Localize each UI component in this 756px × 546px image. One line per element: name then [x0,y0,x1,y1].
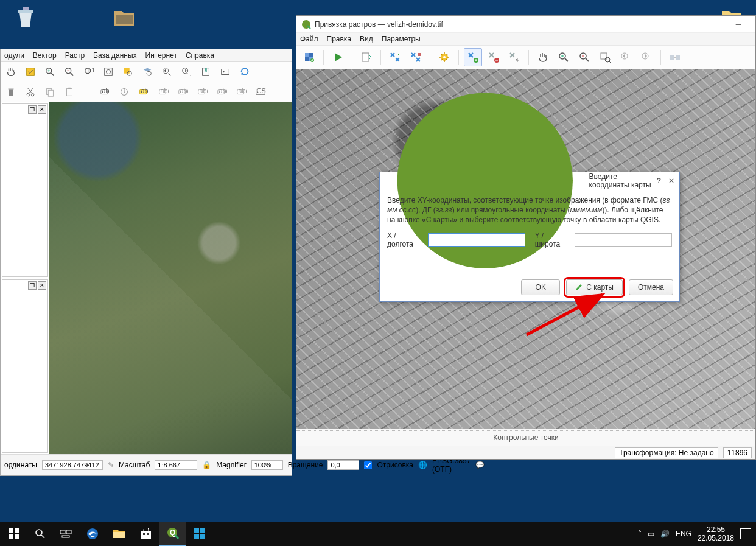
layers-panel[interactable]: ❐✕ [2,103,48,277]
copy-icon[interactable] [42,84,58,100]
refresh-icon[interactable] [237,64,253,80]
cut-icon[interactable] [23,84,38,100]
browser-panel[interactable]: ❐✕ [2,279,48,453]
coord-input[interactable] [42,460,103,470]
zoom-layer-icon[interactable] [139,64,155,80]
taskbar-search-icon[interactable] [28,528,52,539]
help-button[interactable]: ? [657,177,661,185]
close-button[interactable]: ✕ [668,177,674,185]
minimize-button[interactable]: ─ [726,16,751,32]
start-button[interactable] [0,522,28,546]
windows-app-icon[interactable] [186,522,213,546]
magnifier-input[interactable] [251,460,283,470]
messages-icon[interactable]: 💬 [475,461,485,469]
menu-file[interactable]: Файл [300,35,318,43]
pan-to-selection-icon[interactable] [23,64,38,80]
georef-zoom-layer-icon[interactable] [596,48,614,66]
save-gcp-icon[interactable] [407,48,425,66]
tray-volume-icon[interactable]: 🔊 [660,530,670,538]
tray-battery-icon[interactable]: ▭ [648,530,654,538]
delete-point-icon[interactable] [485,48,503,66]
show-label-icon[interactable]: abc [175,84,191,100]
menu-raster[interactable]: Растр [65,51,85,60]
task-view-icon[interactable] [52,522,79,546]
pin-label-icon[interactable]: abc [155,84,171,100]
delete-icon[interactable] [3,84,19,100]
file-explorer-icon[interactable] [106,522,133,546]
windows-taskbar[interactable]: Q ˄ ▭ 🔊 ENG 22:55 22.05.2018 [0,522,756,546]
csw-icon[interactable]: CSW [253,84,268,100]
menu-edit[interactable]: Правка [327,35,352,43]
cancel-button[interactable]: Отмена [629,279,673,295]
rotate-label-icon[interactable]: abc [214,84,229,100]
menu-view[interactable]: Вид [360,35,373,43]
zoom-out-icon[interactable] [61,64,77,80]
paste-icon[interactable] [61,84,77,100]
menu-modules[interactable]: одули [4,51,24,60]
zoom-native-icon[interactable]: 1:1 [81,64,97,80]
zoom-last-icon[interactable] [159,64,175,80]
georef-pan-icon[interactable] [534,48,552,66]
desktop-folder-1[interactable] [110,5,139,29]
dialog-titlebar[interactable]: Введите координаты карты ? ✕ [380,172,679,189]
show-bookmarks-icon[interactable] [217,64,233,80]
menu-vector[interactable]: Вектор [33,51,57,60]
add-point-icon[interactable] [464,48,482,66]
georef-zoom-in-icon[interactable] [555,48,573,66]
x-input[interactable] [428,233,525,247]
scale-input[interactable] [155,460,197,470]
panel-close-icon[interactable]: ✕ [38,281,46,290]
move-point-icon[interactable] [505,48,523,66]
crs-icon[interactable]: 🌐 [418,461,427,469]
tray-chevron-icon[interactable]: ˄ [638,530,642,538]
zoom-in-icon[interactable] [42,64,58,80]
zoom-full-icon[interactable] [100,64,116,80]
georef-zoom-out-icon[interactable] [575,48,593,66]
georef-zoom-last-icon[interactable] [617,48,635,66]
render-checkbox[interactable] [364,461,372,469]
new-bookmark-icon[interactable] [198,64,214,80]
menu-settings[interactable]: Параметры [382,35,421,43]
generate-script-icon[interactable] [357,48,376,66]
lock-icon[interactable]: 🔒 [202,461,211,469]
edge-icon[interactable] [79,522,106,546]
qgis-menubar[interactable]: одули Вектор Растр База данных Интернет … [1,49,292,62]
link-georef-icon[interactable] [666,48,684,66]
scale-lock-icon[interactable]: ✎ [108,461,114,469]
georef-zoom-next-icon[interactable] [637,48,656,66]
system-tray[interactable]: ˄ ▭ 🔊 ENG 22:55 22.05.2018 [633,525,756,543]
panel-restore-icon[interactable]: ❐ [28,281,37,290]
zoom-selection-icon[interactable] [120,64,136,80]
tray-language[interactable]: ENG [676,530,691,538]
menu-web[interactable]: Интернет [145,51,177,60]
status-value: 11896 [723,447,752,458]
zoom-next-icon[interactable] [178,64,194,80]
recycle-bin-icon[interactable] [11,5,40,29]
menu-help[interactable]: Справка [186,51,214,60]
panel-restore-icon[interactable]: ❐ [28,105,37,114]
store-icon[interactable] [133,522,159,546]
diagram-icon[interactable] [116,84,132,100]
gcp-table-panel[interactable]: Контрольные точки [296,429,755,446]
qgis-task-icon[interactable]: Q [159,522,186,546]
ok-button[interactable]: OK [521,279,560,295]
start-georef-icon[interactable] [329,48,347,66]
load-gcp-icon[interactable] [386,48,404,66]
menu-database[interactable]: База данных [93,51,136,60]
rotation-input[interactable] [327,460,359,470]
open-raster-icon[interactable] [300,48,318,66]
highlight-label-icon[interactable]: abc [136,84,152,100]
panel-close-icon[interactable]: ✕ [38,105,46,114]
qgis-map-canvas[interactable] [49,102,292,454]
label-layer-icon[interactable]: abc [97,84,113,100]
change-label-icon[interactable]: abc [233,84,249,100]
tray-clock[interactable]: 22:55 22.05.2018 [698,525,734,543]
georef-menubar[interactable]: Файл Правка Вид Параметры [296,33,755,46]
action-center-icon[interactable] [740,528,751,539]
transformation-settings-icon[interactable] [435,48,453,66]
georef-titlebar[interactable]: Привязка растров — velizh-demidov.tif ─ [296,16,755,33]
y-input[interactable] [575,233,672,247]
from-map-button[interactable]: С карты [566,279,623,295]
pan-icon[interactable] [3,64,19,80]
move-label-icon[interactable]: abc [194,84,210,100]
